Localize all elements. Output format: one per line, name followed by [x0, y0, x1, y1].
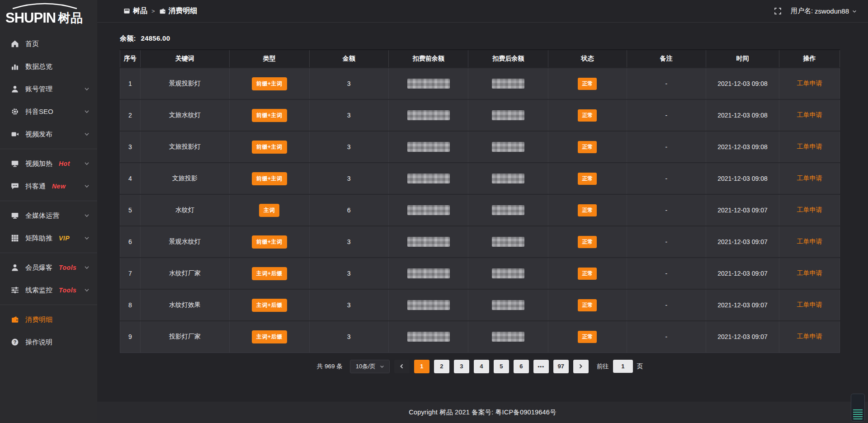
work-order-link[interactable]: 工单申请	[797, 238, 822, 245]
page-button-5[interactable]: 5	[494, 360, 509, 373]
sidebar: SHUPIN 树品 首页数据总览账号管理抖音SEO视频发布视频加热Hot抖客通N…	[0, 0, 97, 423]
user-menu[interactable]: 用户名: zswodun88	[791, 7, 857, 15]
cell-amount: 3	[309, 226, 388, 258]
balance: 余额: 24856.00	[120, 34, 840, 43]
user-icon	[11, 85, 19, 93]
work-order-link[interactable]: 工单申请	[797, 111, 822, 118]
cell-no: 5	[120, 194, 141, 226]
work-order-link[interactable]: 工单申请	[797, 269, 822, 277]
cell-time: 2021-12-03 09:07	[706, 289, 779, 321]
prev-page-button[interactable]	[394, 360, 410, 373]
sliders-icon	[11, 286, 19, 294]
fullscreen-icon[interactable]	[774, 7, 782, 15]
table-row: 3文旅投影灯前缀+主词3正常-2021-12-03 09:08工单申请	[120, 131, 840, 163]
sidebar-item-matrix-boost[interactable]: 矩阵助推VIP	[0, 227, 97, 249]
sidebar-item-clue-monitor[interactable]: 线索监控Tools	[0, 279, 97, 301]
cell-time: 2021-12-03 09:08	[706, 99, 779, 131]
cell-time: 2021-12-03 09:07	[706, 258, 779, 289]
sidebar-item-media-ops[interactable]: 全媒体运营	[0, 204, 97, 227]
cell-balance-after	[468, 131, 548, 163]
page-button-3[interactable]: 3	[454, 360, 469, 373]
breadcrumb-label: 树品	[133, 6, 147, 16]
work-order-link[interactable]: 工单申请	[797, 80, 822, 87]
column-header: 时间	[706, 50, 779, 68]
floating-widget[interactable]	[851, 394, 865, 422]
sidebar-item-video-heat[interactable]: 视频加热Hot	[0, 152, 97, 175]
cell-amount: 3	[309, 68, 388, 99]
cell-type: 主词+后缀	[229, 321, 309, 352]
chevron-down-icon	[84, 160, 90, 167]
sidebar-item-douyin-seo[interactable]: 抖音SEO	[0, 100, 97, 123]
svg-text:?: ?	[14, 339, 17, 345]
sidebar-divider	[0, 201, 97, 201]
type-badge: 前缀+主词	[252, 109, 287, 122]
masked-value	[407, 300, 450, 310]
work-order-link[interactable]: 工单申请	[797, 143, 822, 150]
type-badge: 主词+后缀	[252, 267, 287, 280]
cell-status: 正常	[548, 131, 627, 163]
page-size-select[interactable]: 10条/页	[350, 360, 390, 373]
sidebar-item-video-publish[interactable]: 视频发布	[0, 123, 97, 146]
goto-page-input[interactable]	[613, 360, 633, 373]
cell-no: 2	[120, 99, 141, 131]
table-header-row: 序号关键词类型金额扣费前余额扣费后余额状态备注时间操作	[120, 50, 840, 68]
sidebar-item-help[interactable]: ?操作说明	[0, 331, 97, 353]
table-row: 8水纹灯效果主词+后缀3正常-2021-12-03 09:07工单申请	[120, 289, 840, 321]
cell-type: 主词	[229, 194, 309, 226]
sidebar-item-label: 抖音SEO	[25, 108, 53, 116]
question-icon: ?	[11, 338, 19, 346]
work-order-link[interactable]: 工单申请	[797, 174, 822, 182]
cell-amount: 3	[309, 163, 388, 194]
breadcrumb-item-current[interactable]: 消费明细	[159, 6, 198, 16]
column-header: 关键词	[140, 50, 229, 68]
status-badge: 正常	[578, 204, 597, 216]
cell-keyword: 景观水纹灯	[140, 226, 229, 258]
cell-no: 3	[120, 131, 141, 163]
sidebar-nav: 首页数据总览账号管理抖音SEO视频发布视频加热Hot抖客通New全媒体运营矩阵助…	[0, 31, 97, 353]
chevron-down-icon	[84, 108, 90, 115]
page-button-4[interactable]: 4	[474, 360, 489, 373]
sidebar-item-data-overview[interactable]: 数据总览	[0, 55, 97, 78]
sidebar-item-consume-detail[interactable]: 消费明细	[0, 308, 97, 331]
cell-time: 2021-12-03 09:08	[706, 163, 779, 194]
consume-table: 序号关键词类型金额扣费前余额扣费后余额状态备注时间操作 1景观投影灯前缀+主词3…	[120, 49, 840, 353]
cell-action: 工单申请	[779, 99, 840, 131]
sidebar-item-douketong[interactable]: 抖客通New	[0, 175, 97, 197]
sidebar-item-badge: VIP	[59, 235, 70, 242]
cell-no: 4	[120, 163, 141, 194]
breadcrumb-item-home[interactable]: 树品	[123, 6, 147, 16]
user-icon	[11, 263, 19, 272]
page-button-97[interactable]: 97	[553, 360, 569, 373]
work-order-link[interactable]: 工单申请	[797, 301, 822, 308]
page-ellipsis-button[interactable]: •••	[533, 360, 549, 373]
pagination: 共 969 条 10条/页 123456•••97 前往 页	[120, 360, 840, 373]
masked-value	[407, 205, 450, 215]
cell-keyword: 景观投影灯	[140, 68, 229, 99]
page-button-1[interactable]: 1	[414, 360, 429, 373]
page-button-6[interactable]: 6	[514, 360, 529, 373]
masked-value	[492, 110, 524, 120]
page-button-2[interactable]: 2	[434, 360, 449, 373]
chat-icon	[11, 182, 19, 190]
cell-note: -	[627, 131, 706, 163]
cell-status: 正常	[548, 163, 627, 194]
cell-time: 2021-12-03 09:08	[706, 68, 779, 99]
sidebar-item-home[interactable]: 首页	[0, 33, 97, 55]
cell-balance-before	[388, 99, 468, 131]
status-badge: 正常	[578, 141, 597, 153]
sidebar-item-account-manage[interactable]: 账号管理	[0, 78, 97, 100]
work-order-link[interactable]: 工单申请	[797, 333, 822, 340]
sidebar-item-badge: Tools	[59, 287, 76, 294]
cell-note: -	[627, 194, 706, 226]
cell-action: 工单申请	[779, 194, 840, 226]
status-badge: 正常	[578, 236, 597, 248]
sidebar-item-member-boom[interactable]: 会员爆客Tools	[0, 256, 97, 279]
breadcrumb-label: 消费明细	[169, 6, 198, 16]
next-page-button[interactable]	[573, 360, 589, 373]
masked-value	[407, 237, 450, 247]
cell-balance-after	[468, 258, 548, 289]
cell-note: -	[627, 163, 706, 194]
work-order-link[interactable]: 工单申请	[797, 206, 822, 213]
cell-amount: 6	[309, 194, 388, 226]
masked-value	[492, 237, 524, 247]
